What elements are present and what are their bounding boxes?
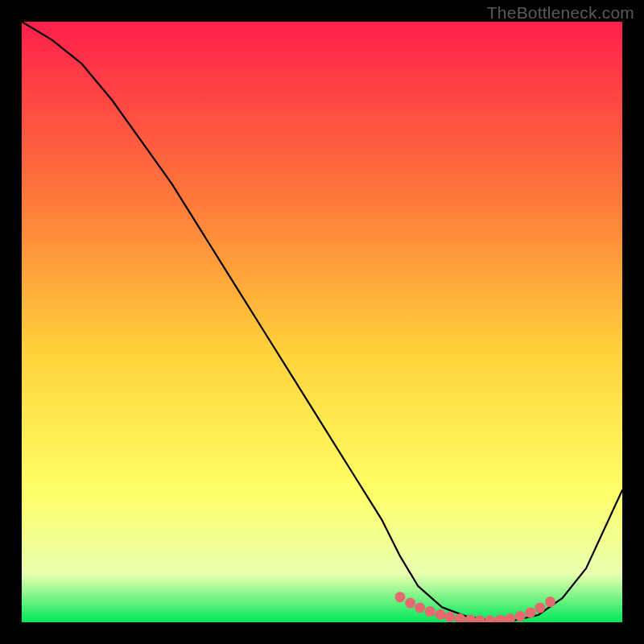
watermark-text: TheBottleneck.com bbox=[487, 3, 634, 23]
valley-marker-dot bbox=[535, 603, 545, 613]
valley-marker-dot bbox=[444, 612, 455, 622]
valley-marker-dot bbox=[425, 606, 436, 617]
valley-marker-dot bbox=[405, 598, 415, 609]
valley-marker-dot bbox=[395, 592, 406, 602]
chart-frame: TheBottleneck.com bbox=[0, 0, 644, 644]
valley-marker-dot bbox=[525, 608, 535, 618]
valley-marker-dot bbox=[545, 597, 555, 607]
valley-marker-dot bbox=[415, 603, 425, 613]
valley-marker-dot bbox=[515, 611, 526, 621]
gradient-background bbox=[22, 22, 622, 622]
valley-marker-dot bbox=[436, 609, 446, 620]
bottleneck-chart bbox=[22, 22, 622, 622]
